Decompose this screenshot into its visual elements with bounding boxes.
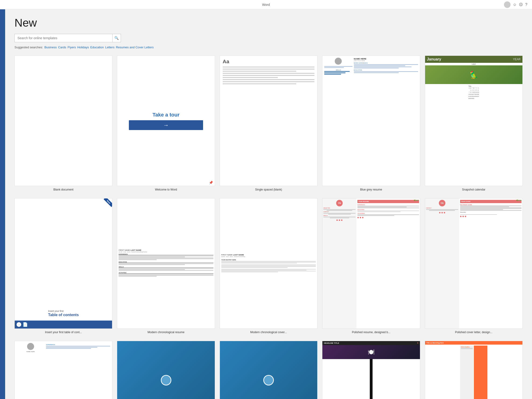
template-row-1: Blank document Take a tour → 📌 Welcome t… (14, 56, 523, 191)
toc-insert-text: Insert your first (48, 310, 79, 312)
bgr-2-right: EXPERIENCE (44, 343, 110, 349)
pol-contact-title: CONTACT (323, 211, 329, 212)
template-blank-thumb (14, 56, 112, 186)
pol-cover-right-line-3 (460, 207, 521, 208)
suggested-cards[interactable]: Cards (58, 45, 66, 49)
og-title: Title as Branding Here (426, 342, 444, 344)
suggested-holidays[interactable]: Holidays (77, 45, 89, 49)
pol-right-line-6 (357, 214, 419, 215)
template-modern-chron-resume[interactable]: FIRST NAME LAST NAME job title · email ·… (117, 198, 215, 334)
bgr-2-avatar (27, 343, 34, 350)
template-polished-cover[interactable]: YN CONTACT 🌿 MOO YOUR COVER RECIPI (425, 198, 523, 334)
bgr-2-experience-title: EXPERIENCE (46, 344, 110, 345)
help-icon[interactable]: ? (525, 3, 527, 7)
bcr-top (117, 341, 215, 399)
suggested-education[interactable]: Education (90, 45, 104, 49)
mcr-activities-section: ACTIVITIES (119, 272, 213, 277)
cal-label: Label (470, 63, 477, 65)
template-blue-grey-resume[interactable]: SKILLS NAME HERE JOB TITLE HERE WORK EXP… (322, 56, 420, 191)
search-button[interactable]: 🔍 (113, 34, 121, 42)
pol-cover-dot-2 (441, 212, 443, 213)
template-orange-grid[interactable]: Title as Branding Here Article Headline … (425, 341, 523, 399)
page-title: New (14, 16, 523, 29)
dn-x-icon: ✕ (417, 342, 418, 344)
mcr-line-4 (119, 259, 213, 259)
pol-cover-dot-3 (444, 212, 445, 213)
pol-cover-closing: Sincerely, (460, 211, 521, 213)
ss-line-8 (223, 81, 314, 82)
ss-line-1 (223, 67, 314, 68)
pol-line-5 (323, 217, 355, 217)
pol-objective-title: OBJECTIVE (323, 207, 330, 209)
pol-cover-dot-1 (439, 212, 441, 213)
sad-icon[interactable]: ☹ (519, 2, 523, 7)
template-modern-chron-cover[interactable]: FIRST NAME LAST NAME job title · email ·… (220, 198, 317, 334)
template-toc[interactable]: New Insert your first Table of contents … (14, 198, 112, 334)
mcr-line-13 (119, 276, 156, 277)
template-row-2: New Insert your first Table of contents … (14, 198, 523, 334)
og-cell-line-1 (461, 348, 473, 348)
search-input[interactable] (14, 34, 113, 42)
pol-line-3 (323, 213, 355, 214)
dn-image: 🍽️ (322, 345, 420, 359)
template-welcome-thumb: Take a tour → 📌 (117, 56, 215, 186)
bgr-right: NAME HERE JOB TITLE HERE WORK EXPERIENCE… (353, 58, 418, 74)
suggested-resumes[interactable]: Resumes and Cover Letters (116, 45, 154, 49)
template-bcr-2[interactable]: [First Name] [Surname] (220, 341, 317, 399)
pol-cover-right-dot-1 (460, 216, 462, 217)
ss-line-9 (223, 83, 296, 84)
ss-line-3 (223, 71, 296, 72)
template-polished-resume[interactable]: YN OBJECTIVE CONTACT SKILLS (322, 198, 420, 334)
template-single-spaced-label: Single spaced (blank) (255, 188, 282, 191)
pol-cover-header-bar: YOUR COVER (460, 200, 521, 203)
cal-bird-icon: 🦜 (469, 71, 478, 79)
mcr-education-title: EDUCATION (119, 261, 213, 263)
pol-right-line-1 (357, 206, 419, 206)
mcr-line-9 (119, 269, 185, 270)
pol-cover-line-2 (429, 210, 455, 211)
sidebar-strip (0, 9, 5, 399)
cal-title-label: Title (469, 85, 479, 87)
toc-footer-bar: → 📄 (15, 321, 112, 329)
mcr-education-section: EDUCATION (119, 261, 213, 265)
pol-cover-right-dot-2 (462, 216, 464, 217)
pin-icon[interactable]: 📌 (209, 181, 213, 184)
suggested-business[interactable]: Business (44, 45, 57, 49)
template-bcr[interactable]: [First Name] [Surname] (117, 341, 215, 399)
template-single-spaced-thumb: Aa (220, 56, 317, 186)
template-snapshot-calendar[interactable]: January YEAR Label 🦜 Title SMT WTF S 12 (425, 56, 523, 191)
mcr-name: FIRST NAME LAST NAME (119, 249, 141, 251)
smiley-icon[interactable]: ☺ (513, 3, 517, 7)
template-single-spaced[interactable]: Aa Single spaced (blank) (220, 56, 317, 191)
mcr-line-12 (119, 275, 213, 276)
template-toc-label: Insert your first table of cont... (45, 331, 82, 334)
cal-days: 12 345 678 91011 121314 151617 181920 21… (469, 89, 479, 100)
pol-volunteer-title: VOLUNTEER (357, 213, 419, 214)
template-toc-thumb: New Insert your first Table of contents … (14, 198, 112, 329)
pol-cover-right-dot-3 (465, 216, 466, 217)
suggested-flyers[interactable]: Flyers (68, 45, 76, 49)
template-calendar-thumb: January YEAR Label 🦜 Title SMT WTF S 12 (425, 56, 523, 186)
template-welcome-label: Welcome to Word (155, 188, 177, 191)
template-dark-newsletter[interactable]: HEADLINE TITLE ✕ 🍽️ (322, 341, 420, 399)
suggested-letters[interactable]: Letters (105, 45, 115, 49)
cal-month: January (427, 57, 441, 61)
cal-grid: Title SMT WTF S 12 345 678 91011 121314 … (468, 84, 480, 186)
toc-title-text: Table of contents (48, 313, 79, 317)
bgr-left: SKILLS (324, 58, 352, 75)
mcr-line-10 (119, 270, 213, 271)
mcc-subtitle: job title · email · phone · linkedin/Por… (221, 256, 245, 257)
pol-right-dot-2 (360, 217, 361, 218)
mcr-line-6 (119, 263, 213, 264)
template-bgresume-thumb: SKILLS NAME HERE JOB TITLE HERE WORK EXP… (322, 56, 420, 186)
welcome-title: Take a tour (152, 112, 179, 118)
pol-right-dot-3 (362, 217, 363, 218)
mcr-skills-section: SKILLS (119, 266, 213, 271)
template-bgresume-2[interactable]: NAME HERE EXPERIENCE (14, 341, 112, 399)
template-welcome[interactable]: Take a tour → 📌 Welcome to Word (117, 56, 215, 191)
toc-doc-icon: 📄 (23, 322, 28, 327)
mcr-line-5 (119, 259, 156, 260)
mcc-block-1: YOUR DESTINY HERE (221, 258, 316, 264)
mcr-skills-title: SKILLS (119, 266, 213, 268)
template-blank[interactable]: Blank document (14, 56, 112, 191)
